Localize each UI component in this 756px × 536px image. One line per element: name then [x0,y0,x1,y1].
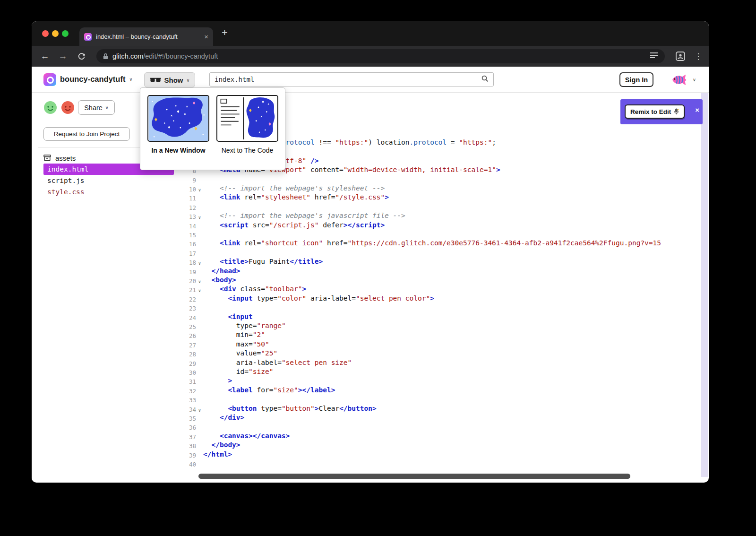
traffic-light-minimize[interactable] [52,30,59,37]
code-line-21: 21∨ <div class="toolbar"> [177,285,701,294]
member-avatar-red[interactable] [61,101,75,114]
code-line-28: 28 value="25" [177,349,701,358]
reload-button[interactable] [74,46,88,67]
file-item-style.css[interactable]: style.css [43,186,174,198]
tab-favicon-glitch [84,33,92,41]
fold-chevron-icon[interactable]: ∨ [196,285,203,294]
line-number: 33 [177,395,196,404]
option-new-window[interactable]: In a New Window [147,95,209,170]
fold-chevron-icon[interactable]: ∨ [196,257,203,267]
code-line-content [203,202,701,212]
code-line-content [203,303,701,312]
request-join-label: Request to Join Project [54,130,120,138]
line-number: 19 [177,267,196,276]
browser-tab[interactable]: index.html – bouncy-candytuft × [79,27,213,46]
fold-gutter [196,459,203,468]
code-line-14: 14 <script src="/script.js" defer></scri… [177,221,701,230]
file-item-script.js[interactable]: script.js [43,175,174,186]
address-bar[interactable]: glitch.com/edit/#!/bouncy-candytuft [96,49,665,63]
traffic-light-zoom[interactable] [62,30,69,37]
fold-gutter [196,193,203,202]
line-number: 12 [177,202,196,212]
sign-in-button[interactable]: Sign In [619,72,653,87]
reload-icon [77,52,86,61]
browser-menu-icon[interactable]: ⋮ [692,46,704,67]
glitch-logo[interactable] [43,73,56,86]
traffic-light-close[interactable] [42,30,49,37]
next-to-code-thumbnail [216,95,278,142]
line-number: 16 [177,239,196,248]
code-line-12: 12 [177,202,701,212]
glitch-header: bouncy-candytuft ∨ Show ∨ index.html Sig… [32,67,709,93]
sidebar-item-assets[interactable]: assets [43,153,76,163]
code-line-content: <script src="/script.js" defer></script> [203,221,701,230]
code-line-content: max="50" [203,340,701,349]
fold-chevron-icon[interactable]: ∨ [196,404,203,414]
fold-chevron-icon[interactable]: ∨ [196,184,203,193]
fold-gutter [196,358,203,368]
tab-title: index.html – bouncy-candytuft [96,33,200,40]
file-search-input[interactable]: index.html [209,72,494,86]
option-label-new-window: In a New Window [147,147,209,154]
tab-close-icon[interactable]: × [204,33,208,41]
back-button[interactable]: ← [37,46,52,67]
code-line-20: 20∨ <body> [177,276,701,285]
code-line-17: 17 [177,248,701,258]
code-line-content: <!-- import the webpage's javascript fil… [203,211,701,221]
line-number: 38 [177,441,196,450]
code-line-content: <canvas></canvas> [203,432,701,441]
forward-button[interactable]: → [55,46,70,67]
fold-chevron-icon[interactable]: ∨ [196,211,203,221]
line-number: 9 [177,175,196,184]
code-line-content: <input [203,312,701,322]
reading-list-icon[interactable] [650,52,658,61]
remix-to-edit-button[interactable]: Remix to Edit [625,104,685,119]
project-name-button[interactable]: bouncy-candytuft ∨ [60,75,132,84]
banner-close-icon[interactable]: × [695,106,699,114]
line-number: 40 [177,459,196,468]
microphone-sparkle-icon [674,108,679,115]
user-avatar-button[interactable]: ∨ [670,72,698,87]
share-button[interactable]: Share ∨ [78,100,115,115]
fold-gutter [196,294,203,303]
horizontal-scrollbar-thumb[interactable] [198,474,630,479]
line-number: 25 [177,321,196,331]
code-line-13: 13∨ <!-- import the webpage's javascript… [177,211,701,221]
code-line-16: 16 <link rel="shortcut icon" href="https… [177,239,701,248]
option-next-to-code[interactable]: Next to The Code [216,95,278,170]
remix-button-label: Remix to Edit [630,108,671,115]
code-line-content [203,459,701,468]
request-join-button[interactable]: Request to Join Project [43,127,130,141]
fold-chevron-icon[interactable]: ∨ [196,276,203,285]
code-line-10: 10∨ <!-- import the webpage's stylesheet… [177,184,701,193]
line-number: 20 [177,276,196,285]
code-line-35: 35 </div> [177,413,701,423]
line-number: 15 [177,230,196,239]
line-number: 11 [177,193,196,202]
line-number: 34 [177,404,196,414]
code-line-content: <title>Fugu Paint</title> [203,257,701,267]
code-line-9: 9 [177,175,701,184]
code-line-33: 33 [177,395,701,404]
code-line-content: </html> [203,450,701,459]
code-line-content [203,175,701,184]
show-button[interactable]: Show ∨ [144,72,195,87]
option-label-next-to-code: Next to The Code [216,147,278,154]
profile-icon[interactable] [673,46,687,67]
fold-gutter [196,395,203,404]
code-line-36: 36 [177,422,701,432]
code-line-18: 18∨ <title>Fugu Paint</title> [177,257,701,267]
fold-gutter [196,376,203,386]
fold-gutter [196,239,203,248]
line-number: 22 [177,294,196,303]
code-line-content: <div class="toolbar"> [203,285,701,294]
member-avatar-green[interactable] [43,101,57,114]
vertical-scrollbar[interactable] [701,93,708,477]
chevron-down-icon: ∨ [187,78,190,83]
code-line-content [203,230,701,239]
line-number: 32 [177,386,196,395]
new-tab-button[interactable]: + [222,26,228,39]
assets-label: assets [55,154,76,162]
fish-avatar [670,73,690,86]
sunglasses-icon [150,78,161,83]
